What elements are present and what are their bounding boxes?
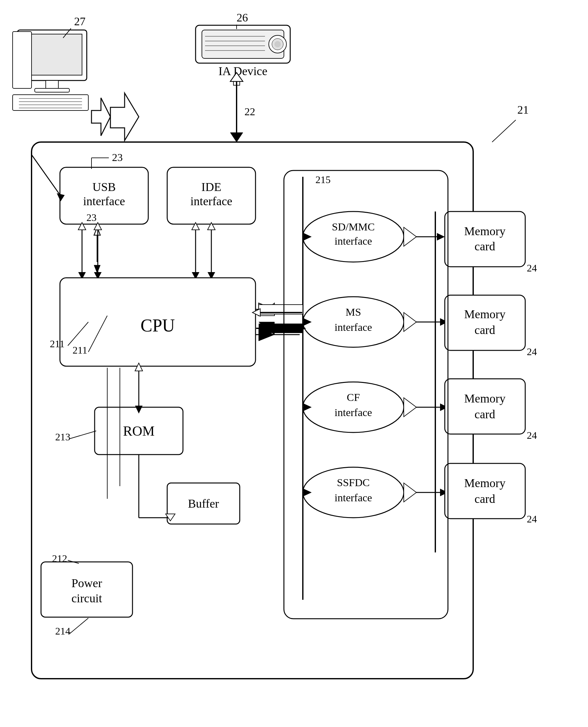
- svg-rect-91: [445, 379, 525, 434]
- svg-marker-28: [230, 133, 243, 142]
- ref-22: 22: [245, 106, 255, 117]
- ia-device-label: IA Device: [218, 64, 267, 78]
- ssfdc-label: SSFDC: [337, 477, 370, 488]
- ref-24-2: 24: [527, 346, 537, 357]
- svg-rect-13: [13, 32, 31, 88]
- svg-marker-114: [110, 93, 139, 140]
- buffer-label: Buffer: [188, 497, 219, 510]
- ref-213: 213: [55, 431, 70, 443]
- sdmmc-label: SD/MMC: [332, 221, 375, 233]
- memory-card-2-label2: card: [475, 323, 495, 337]
- cpu-label: CPU: [141, 316, 175, 335]
- ide-interface-label2: interface: [191, 195, 232, 208]
- svg-rect-96: [445, 463, 525, 519]
- memory-card-1-label2: card: [475, 240, 495, 253]
- memory-card-1-label: Memory: [464, 224, 506, 238]
- ref-215: 215: [315, 174, 331, 185]
- memory-card-2-label: Memory: [464, 307, 506, 321]
- ref-214: 214: [55, 625, 70, 637]
- svg-rect-86: [445, 295, 525, 350]
- ms-label: MS: [345, 306, 361, 318]
- ref-27: 27: [74, 15, 85, 28]
- ref-212: 212: [52, 553, 67, 564]
- cf-label: CF: [347, 391, 360, 403]
- ide-interface-label: IDE: [201, 180, 221, 194]
- memory-card-4-label2: card: [475, 492, 495, 505]
- svg-rect-7: [35, 88, 69, 92]
- svg-rect-80: [445, 211, 525, 267]
- ssfdc-label2: interface: [335, 492, 372, 504]
- ref-24-3: 24: [527, 430, 537, 441]
- cf-label2: interface: [335, 407, 372, 418]
- diagram: 27 IA Device 26 22 21 USB interface 23 2…: [0, 0, 588, 727]
- ref-24-1: 24: [527, 262, 537, 274]
- power-circuit-label: Power: [71, 577, 102, 590]
- ref-23-label: 23: [112, 152, 123, 163]
- power-circuit-label2: circuit: [71, 591, 102, 605]
- usb-interface-label: USB: [92, 180, 116, 194]
- ref-211: 211: [72, 344, 87, 356]
- ref-21: 21: [517, 103, 529, 116]
- svg-point-20: [274, 41, 281, 47]
- usb-interface-label2: interface: [83, 195, 125, 208]
- svg-line-30: [492, 120, 516, 142]
- ref-24-4: 24: [527, 513, 537, 525]
- ref-26: 26: [236, 12, 248, 24]
- memory-card-3-label: Memory: [464, 392, 506, 405]
- ref-23: 23: [86, 212, 97, 223]
- memory-card-4-label: Memory: [464, 476, 506, 490]
- sdmmc-label2: interface: [335, 235, 372, 247]
- svg-marker-15: [91, 98, 110, 136]
- rom-label: ROM: [123, 423, 154, 439]
- ref-211-text: 211: [50, 338, 65, 349]
- ms-label2: interface: [335, 321, 372, 333]
- memory-card-3-label2: card: [475, 407, 495, 421]
